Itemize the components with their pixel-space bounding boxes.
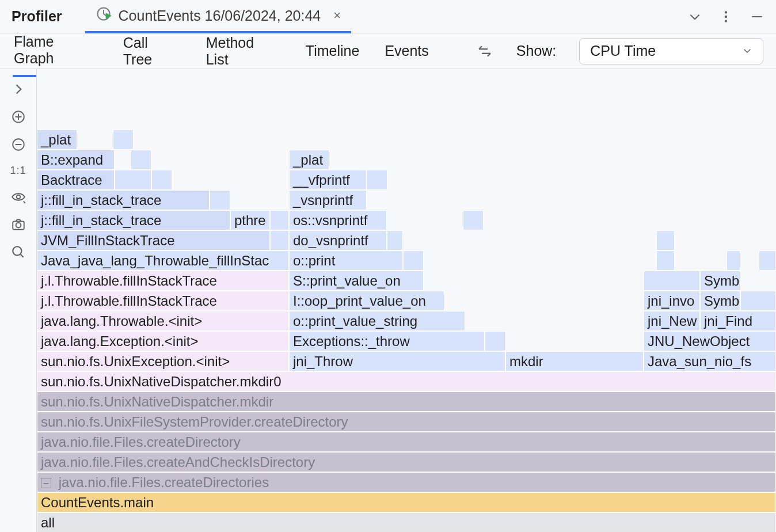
flame-cell[interactable]: jni_New [644, 311, 700, 331]
flame-cell[interactable]: Java_sun_nio_fs [644, 351, 776, 371]
flame-cell[interactable]: Java_java_lang_Throwable_fillInStac [37, 250, 289, 271]
flame-cell[interactable]: B::expand [37, 150, 115, 170]
session-close-icon[interactable]: × [328, 8, 341, 23]
screenshot-icon[interactable] [11, 217, 26, 232]
flame-cell[interactable]: java.nio.file.Files.createAndCheckIsDire… [37, 452, 776, 472]
flame-cell[interactable] [463, 210, 484, 230]
flame-cell[interactable] [115, 170, 151, 190]
flame-cell-label: jni_invo [648, 293, 694, 309]
flame-cell-label: Symb [704, 293, 739, 309]
flame-cell[interactable] [131, 150, 151, 170]
flame-row: sun.nio.fs.UnixNativeDispatcher.mkdir [37, 392, 776, 412]
flame-cell[interactable] [759, 250, 776, 271]
flame-cell[interactable]: sun.nio.fs.UnixException.<init> [37, 351, 289, 371]
flame-cell[interactable]: JVM_FillInStackTrace [37, 230, 270, 250]
flame-cell[interactable]: j::fill_in_stack_trace [37, 210, 230, 230]
flame-cell[interactable]: _plat [37, 130, 77, 150]
metric-value: CPU Time [590, 43, 656, 59]
metric-dropdown[interactable]: CPU Time [579, 38, 763, 64]
flame-row: all [37, 512, 776, 532]
flame-cell[interactable] [485, 331, 505, 351]
flame-row: CountEvents.main [37, 492, 776, 513]
flame-cell[interactable]: jni_Throw [289, 351, 505, 371]
flame-cell-label: B::expand [41, 152, 103, 168]
flame-cell-label: os::vsnprintf [293, 212, 367, 228]
flame-cell[interactable]: __vfprintf [289, 170, 367, 190]
search-icon[interactable] [11, 245, 26, 260]
flame-row: j.l.Throwable.fillInStackTraceI::oop_pri… [37, 291, 776, 311]
flame-cell[interactable] [656, 230, 675, 250]
flame-cell[interactable]: S::print_value_on [289, 271, 424, 291]
flame-cell[interactable] [151, 170, 172, 190]
flame-cell[interactable]: j::fill_in_stack_trace [37, 190, 210, 210]
flame-cell[interactable] [270, 210, 289, 230]
flame-cell[interactable]: sun.nio.fs.UnixNativeDispatcher.mkdir [37, 392, 776, 412]
flame-cell[interactable]: o::print [289, 250, 403, 271]
titlebar: Profiler CountEvents 16/06/2024, 20:44 × [0, 0, 776, 33]
flame-cell-label: j.l.Throwable.fillInStackTrace [41, 293, 217, 309]
zoom-in-icon[interactable] [11, 109, 26, 124]
flame-cell[interactable]: jni_invo [644, 291, 700, 311]
flame-cell[interactable]: Exceptions::_throw [289, 331, 485, 351]
flame-cell[interactable]: Symb [700, 271, 740, 291]
flame-cell[interactable] [726, 250, 740, 271]
tab-call-tree[interactable]: Call Tree [122, 26, 182, 76]
flame-cell[interactable]: all [37, 512, 776, 532]
flame-graph[interactable]: allCountEvents.main– java.nio.file.Files… [37, 69, 776, 532]
flame-cell[interactable] [113, 130, 134, 150]
flame-cell[interactable]: java.nio.file.Files.createDirectory [37, 432, 776, 452]
flame-cell[interactable]: JNU_NewObject [644, 331, 776, 351]
chevron-down-icon[interactable] [687, 9, 702, 24]
flame-cell-label: java.nio.file.Files.createAndCheckIsDire… [41, 454, 315, 470]
flame-cell[interactable]: sun.nio.fs.UnixFileSystemProvider.create… [37, 412, 776, 432]
flame-cell[interactable]: java.lang.Throwable.<init> [37, 311, 289, 331]
forward-icon[interactable] [11, 82, 26, 97]
flame-cell[interactable] [367, 170, 387, 190]
flame-cell-label: j.l.Throwable.fillInStackTrace [41, 273, 217, 288]
tab-method-list[interactable]: Method List [205, 26, 282, 76]
zoom-out-icon[interactable] [11, 137, 26, 152]
flame-cell[interactable]: o::print_value_string [289, 311, 465, 331]
swap-icon[interactable] [476, 43, 493, 60]
flame-row: j::fill_in_stack_tracepthreos::vsnprintf [37, 210, 776, 231]
focus-icon[interactable] [11, 189, 26, 204]
flame-cell[interactable] [403, 250, 424, 271]
flame-cell[interactable]: j.l.Throwable.fillInStackTrace [37, 291, 289, 311]
flame-cell-label: o::print [293, 253, 335, 268]
reset-zoom-button[interactable]: 1:1 [10, 165, 26, 177]
flame-cell[interactable]: I::oop_print_value_on [289, 291, 444, 311]
tab-events[interactable]: Events [383, 35, 429, 67]
flame-cell[interactable]: j.l.Throwable.fillInStackTrace [37, 271, 289, 291]
svg-point-6 [16, 195, 20, 199]
flame-cell[interactable]: _plat [289, 150, 329, 170]
flame-cell-label: Backtrace [41, 172, 102, 188]
flame-cell[interactable]: sun.nio.fs.UnixNativeDispatcher.mkdir0 [37, 371, 776, 392]
flame-cell-label: java.nio.file.Files.createDirectory [41, 434, 241, 450]
flame-cell[interactable]: Symb [700, 291, 740, 311]
flame-cell[interactable] [740, 291, 776, 311]
flame-cell[interactable] [387, 230, 403, 250]
flame-row: – java.nio.file.Files.createDirectories [37, 472, 776, 493]
flame-cell[interactable]: java.lang.Exception.<init> [37, 331, 289, 351]
flame-cell-label: _plat [293, 152, 323, 168]
flame-cell[interactable] [210, 190, 230, 210]
minimize-icon[interactable] [750, 9, 764, 24]
flame-cell[interactable] [656, 250, 675, 271]
flame-cell[interactable]: mkdir [505, 351, 644, 371]
flame-cell[interactable]: Backtrace [37, 170, 115, 190]
flame-cell[interactable] [270, 230, 289, 250]
flame-cell-label: sun.nio.fs.UnixException.<init> [41, 354, 230, 369]
flame-cell[interactable]: do_vsnprintf [289, 230, 387, 250]
session-label: CountEvents 16/06/2024, 20:44 [119, 7, 321, 24]
flame-cell[interactable]: os::vsnprintf [289, 210, 387, 230]
flame-cell[interactable]: _vsnprintf [289, 190, 367, 210]
flame-cell[interactable]: jni_Find [700, 311, 776, 331]
flame-cell[interactable]: – java.nio.file.Files.createDirectories [37, 472, 776, 492]
tab-timeline[interactable]: Timeline [305, 35, 361, 67]
flame-cell[interactable]: CountEvents.main [37, 492, 776, 512]
flame-cell[interactable] [644, 271, 700, 291]
kebab-icon[interactable] [718, 9, 733, 24]
flame-row: Java_java_lang_Throwable_fillInStaco::pr… [37, 250, 776, 271]
collapse-icon[interactable]: – [41, 478, 51, 488]
flame-cell[interactable]: pthre [230, 210, 270, 230]
